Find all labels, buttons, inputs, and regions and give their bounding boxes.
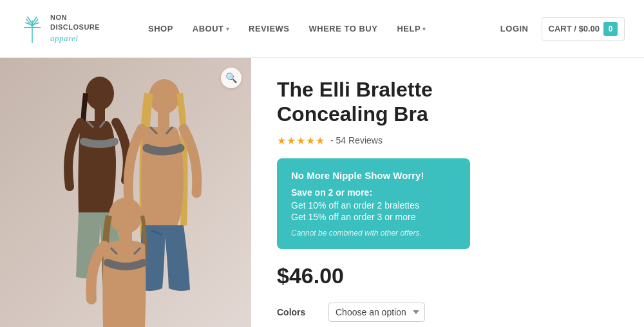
nav-reviews[interactable]: REVIEWS [249, 24, 289, 33]
colors-select[interactable]: Choose an option [328, 303, 425, 322]
product-image-bg [0, 58, 251, 327]
nav-where-to-buy[interactable]: WHERE TO BUY [309, 24, 378, 33]
product-title-line2: Concealing Bra [277, 102, 428, 126]
logo-line2: DISCLOSURE [50, 23, 100, 31]
svg-point-20 [109, 198, 142, 234]
promo-save-label: Save on 2 or more: [291, 187, 456, 198]
product-details: The Elli Bralette Concealing Bra ★★★★★ -… [251, 58, 644, 327]
logo-text-block: NON DISCLOSURE apparel [50, 13, 100, 44]
login-link[interactable]: LOGIN [500, 24, 529, 33]
promo-offer2: Get 15% off an order 3 or more [291, 212, 456, 222]
site-header: NON DISCLOSURE apparel SHOP ABOUT ▾ REVI… [0, 0, 644, 58]
logo[interactable]: NON DISCLOSURE apparel [19, 13, 122, 44]
svg-point-11 [86, 77, 114, 110]
promo-box: No More Nipple Show Worry! Save on 2 or … [277, 158, 470, 249]
reviews-count[interactable]: - 54 Reviews [330, 135, 383, 145]
zoom-button[interactable]: 🔍 [221, 68, 242, 88]
cart-label: CART / $0.00 [549, 24, 600, 33]
product-image-container: 🔍 [0, 58, 251, 327]
stars[interactable]: ★★★★★ [277, 135, 325, 147]
product-title: The Elli Bralette Concealing Bra [277, 77, 618, 127]
nav-help[interactable]: HELP ▾ [397, 24, 426, 33]
svg-point-15 [149, 79, 180, 114]
product-price: $46.00 [277, 263, 618, 288]
svg-rect-16 [158, 113, 169, 127]
colors-row: Colors Choose an option [277, 303, 618, 322]
promo-headline: No More Nipple Show Worry! [291, 170, 456, 181]
nav-about[interactable]: ABOUT ▾ [193, 24, 229, 33]
logo-line1: NON [50, 14, 67, 21]
cart-count-badge: 0 [603, 22, 618, 36]
colors-label: Colors [277, 307, 316, 317]
logo-apparel: apparel [50, 33, 78, 43]
svg-rect-12 [95, 108, 105, 121]
reviews-row: ★★★★★ - 54 Reviews [277, 135, 618, 147]
about-arrow: ▾ [226, 26, 230, 32]
header-right: LOGIN CART / $0.00 0 [500, 17, 625, 41]
cart-button[interactable]: CART / $0.00 0 [542, 17, 625, 41]
product-title-line1: The Elli Bralette [277, 78, 433, 101]
help-arrow: ▾ [422, 26, 426, 32]
product-figures-svg [0, 58, 251, 327]
promo-disclaimer: Cannot be combined with other offers. [291, 229, 456, 238]
zoom-icon: 🔍 [225, 72, 238, 84]
nav-shop[interactable]: SHOP [148, 24, 173, 33]
main-nav: SHOP ABOUT ▾ REVIEWS WHERE TO BUY HELP ▾ [148, 24, 500, 33]
promo-offer1: Get 10% off an order 2 bralettes [291, 200, 456, 210]
main-content: 🔍 The Elli Bralette Concealing Bra ★★★★★… [0, 58, 644, 327]
logo-icon [19, 14, 45, 43]
